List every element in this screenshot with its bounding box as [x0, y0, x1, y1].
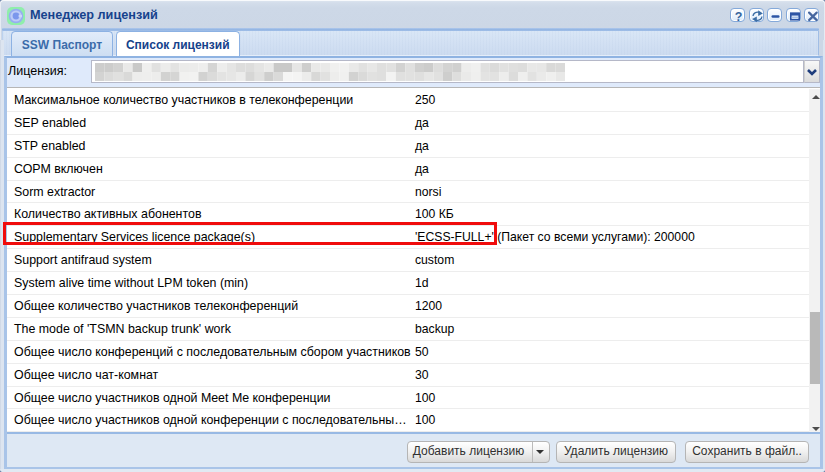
svg-text:?: ?	[735, 9, 743, 23]
